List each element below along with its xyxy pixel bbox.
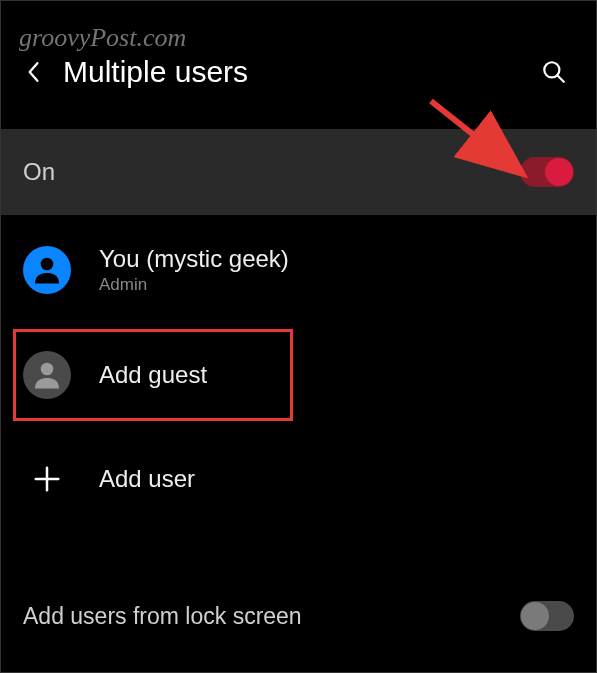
watermark-text: groovyPost.com [19, 23, 186, 53]
guest-avatar-icon [23, 351, 71, 399]
user-info: You (mystic geek) Admin [99, 245, 289, 295]
add-user-label: Add user [99, 465, 195, 493]
toggle-knob-icon [545, 158, 573, 186]
svg-line-1 [557, 75, 564, 82]
multiple-users-toggle[interactable] [520, 157, 574, 187]
plus-icon [23, 455, 71, 503]
svg-point-3 [41, 363, 54, 376]
user-role: Admin [99, 275, 289, 295]
add-guest-button[interactable]: Add guest [1, 333, 596, 417]
lock-screen-label: Add users from lock screen [23, 603, 302, 630]
multiple-users-toggle-row[interactable]: On [1, 129, 596, 215]
chevron-left-icon [26, 61, 40, 83]
user-name: You (mystic geek) [99, 245, 289, 273]
lock-screen-toggle[interactable] [520, 601, 574, 631]
svg-point-2 [41, 258, 54, 271]
user-list: You (mystic geek) Admin Add guest Add us… [1, 215, 596, 533]
add-user-button[interactable]: Add user [1, 437, 596, 521]
lock-screen-setting-row[interactable]: Add users from lock screen [1, 573, 596, 659]
add-user-info: Add user [99, 465, 195, 493]
toggle-label: On [23, 158, 55, 186]
add-guest-info: Add guest [99, 361, 207, 389]
user-row-you[interactable]: You (mystic geek) Admin [1, 227, 596, 313]
search-icon [541, 59, 567, 85]
page-title: Multiple users [63, 55, 522, 89]
user-avatar-icon [23, 246, 71, 294]
back-button[interactable] [21, 60, 45, 84]
toggle-knob-icon [521, 602, 549, 630]
add-guest-label: Add guest [99, 361, 207, 389]
search-button[interactable] [540, 58, 568, 86]
